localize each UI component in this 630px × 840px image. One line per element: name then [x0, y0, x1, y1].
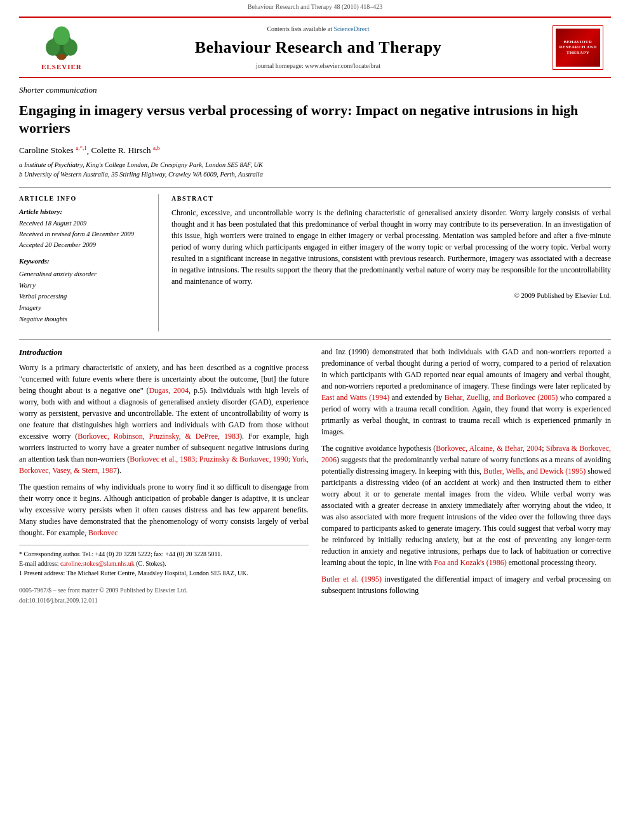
keyword-1: Generalised anxiety disorder — [19, 269, 149, 280]
keyword-2: Worry — [19, 280, 149, 291]
doi-line: doi:10.1016/j.brat.2009.12.011 — [19, 596, 309, 606]
ref-behar[interactable]: Behar, Zuellig, and Borkovec (2005) — [445, 393, 558, 402]
elsevier-logo-area: ELSEVIER — [27, 23, 97, 72]
elsevier-logo: ELSEVIER — [27, 23, 97, 72]
journal-center: Contents lists available at ScienceDirec… — [97, 25, 540, 70]
ref-borkovec-pruzinsky[interactable]: Borkovec et al., 1983; Pruzinsky & Borko… — [19, 455, 309, 475]
author-hirsch: Colette R. Hirsch a,b — [91, 145, 160, 155]
sciencedirect-link: Contents lists available at ScienceDirec… — [97, 25, 540, 34]
keywords-list: Generalised anxiety disorder Worry Verba… — [19, 269, 149, 325]
bottom-bar: 0005-7967/$ – see front matter © 2009 Pu… — [19, 585, 309, 606]
journal-logo-box: BEHAVIOURRESEARCH ANDTHERAPY — [553, 25, 603, 70]
ref-butler-wells[interactable]: Butler, Wells, and Dewick (1995) — [483, 467, 586, 476]
citation-text: Behaviour Research and Therapy 48 (2010)… — [248, 3, 383, 10]
affiliation-b: b University of Western Australia, 35 St… — [19, 170, 611, 180]
authors-line: Caroline Stokes a,*,1, Colette R. Hirsch… — [19, 144, 611, 157]
article-history: Article history: Received 18 August 2009… — [19, 207, 149, 251]
and-inz: and Inz (1990) — [321, 347, 369, 356]
page-wrapper: Behaviour Research and Therapy 48 (2010)… — [0, 0, 630, 612]
intro-p2: The question remains of why individuals … — [19, 481, 309, 538]
article-title: Engaging in imagery versus verbal proces… — [19, 102, 611, 138]
svg-rect-6 — [59, 55, 64, 60]
ref-borkovec1983[interactable]: Borkovec, Robinson, Pruzinsky, & DePree,… — [77, 432, 239, 441]
article-type: Shorter communication — [19, 84, 611, 96]
footnote-1: 1 Present address: The Michael Rutter Ce… — [19, 568, 309, 578]
body-left-col: Introduction Worry is a primary characte… — [19, 346, 309, 606]
ref-borkovec-inz[interactable]: Borkovec — [88, 528, 118, 537]
journal-logo-text: BEHAVIOURRESEARCH ANDTHERAPY — [559, 39, 596, 55]
ref-dugas[interactable]: Dugas, 2004 — [149, 386, 189, 395]
issn-line: 0005-7967/$ – see front matter © 2009 Pu… — [19, 585, 309, 596]
ref-butler-1995[interactable]: Butler et al. (1995) — [321, 575, 382, 583]
abstract-label: ABSTRACT — [171, 194, 611, 203]
body-columns: Introduction Worry is a primary characte… — [19, 346, 611, 606]
body-right-col: and Inz (1990) demonstrated that both in… — [321, 346, 611, 606]
article-info-label: ARTICLE INFO — [19, 194, 149, 203]
received-date: Received 18 August 2009 Received in revi… — [19, 218, 149, 250]
ref-east-watts[interactable]: East and Watts (1994) — [321, 393, 389, 402]
abstract-text: Chronic, excessive, and uncontrollable w… — [171, 207, 611, 287]
abstract-paragraph: Chronic, excessive, and uncontrollable w… — [171, 207, 611, 287]
main-content: Shorter communication Engaging in imager… — [0, 78, 630, 612]
keyword-4: Imagery — [19, 302, 149, 314]
intro-heading: Introduction — [19, 346, 309, 359]
affiliation-a: a Institute of Psychiatry, King's Colleg… — [19, 161, 611, 170]
contents-label: Contents lists available at — [267, 25, 332, 32]
journal-header: ELSEVIER Contents lists available at Sci… — [19, 17, 611, 78]
sciencedirect-name[interactable]: ScienceDirect — [333, 25, 369, 32]
journal-logo-inner: BEHAVIOURRESEARCH ANDTHERAPY — [556, 29, 600, 67]
footnote-email: E-mail address: caroline.stokes@slam.nhs… — [19, 559, 309, 568]
article-info-abstract: ARTICLE INFO Article history: Received 1… — [19, 187, 611, 331]
affiliations: a Institute of Psychiatry, King's Colleg… — [19, 161, 611, 179]
history-label: Article history: — [19, 207, 149, 217]
keyword-5: Negative thoughts — [19, 314, 149, 325]
footnotes-area: * Corresponding author. Tel.: +44 (0) 20… — [19, 545, 309, 578]
copyright-line: © 2009 Published by Elsevier Ltd. — [171, 291, 611, 300]
abstract-col: ABSTRACT Chronic, excessive, and uncontr… — [171, 194, 611, 331]
journal-homepage: journal homepage: www.elsevier.com/locat… — [97, 62, 540, 70]
right-p1: and Inz (1990) demonstrated that both in… — [321, 346, 611, 437]
ref-borkovec-alcaine[interactable]: Borkovec, Alcaine, & Behar, 2004 — [436, 444, 542, 453]
author-stokes: Caroline Stokes a,*,1 — [19, 145, 87, 155]
keywords-group: Keywords: Generalised anxiety disorder W… — [19, 257, 149, 325]
right-p3: Butler et al. (1995) investigated the di… — [321, 573, 611, 596]
article-info-col: ARTICLE INFO Article history: Received 1… — [19, 194, 159, 331]
ref-foa-kozak[interactable]: Foa and Kozak's (1986) — [434, 558, 506, 567]
keyword-3: Verbal processing — [19, 291, 149, 302]
journal-title: Behaviour Research and Therapy — [97, 36, 540, 59]
keywords-label: Keywords: — [19, 257, 149, 266]
elsevier-tree-icon — [36, 23, 87, 61]
svg-point-4 — [53, 27, 70, 46]
footnote-star: * Corresponding author. Tel.: +44 (0) 20… — [19, 549, 309, 559]
citation-bar: Behaviour Research and Therapy 48 (2010)… — [0, 0, 630, 13]
body-divider — [19, 339, 611, 340]
email-link[interactable]: caroline.stokes@slam.nhs.uk — [60, 560, 135, 567]
right-p2: The cognitive avoidance hypothesis (Bork… — [321, 443, 611, 568]
intro-p1: Worry is a primary characteristic of anx… — [19, 362, 309, 476]
elsevier-brand-text: ELSEVIER — [41, 62, 82, 72]
journal-logo-right: BEHAVIOURRESEARCH ANDTHERAPY — [540, 25, 603, 70]
